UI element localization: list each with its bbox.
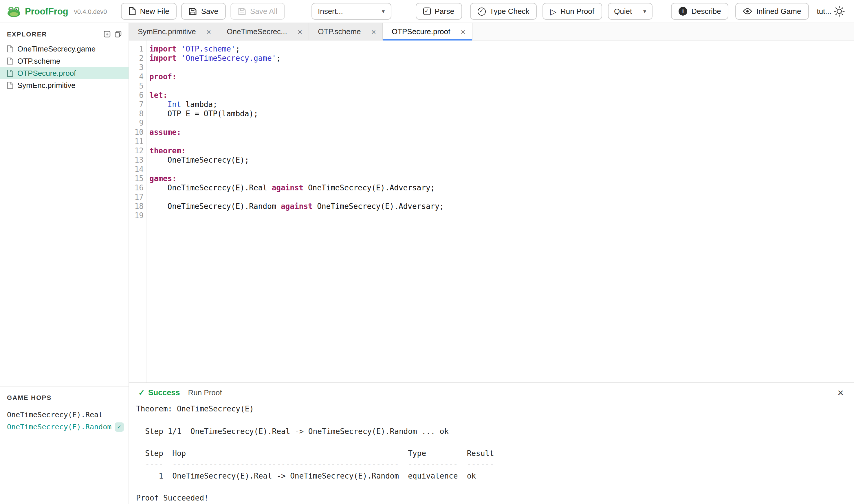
inlined-game-button[interactable]: Inlined Game	[736, 3, 809, 20]
code-line[interactable]: 3	[129, 63, 854, 72]
run-proof-label: Run Proof	[560, 7, 594, 16]
game-hops-title: GAME HOPS	[0, 394, 128, 401]
proof-output-text: Theorem: OneTimeSecrecy(E) Step 1/1 OneT…	[129, 402, 854, 504]
code-token-plain: OneTimeSecrecy(E).Adversary;	[313, 202, 444, 211]
code-token-kw: theorem:	[150, 146, 186, 155]
save-all-button[interactable]: Save All	[230, 3, 285, 20]
code-line[interactable]: 9	[129, 119, 854, 128]
code-line[interactable]: 7 Int lambda;	[129, 100, 854, 109]
code-token-plain: OneTimeSecrecy(E).Random	[150, 202, 281, 211]
line-number: 7	[129, 100, 144, 109]
insert-dropdown[interactable]: Insert... ▾	[312, 3, 391, 20]
line-number: 2	[129, 54, 144, 63]
tab-close-icon[interactable]: ×	[371, 28, 376, 36]
code-line[interactable]: 12theorem:	[129, 146, 854, 156]
code-token-plain: ;	[236, 44, 240, 53]
main-area: SymEnc.primitive × OneTimeSecrec... × OT…	[129, 23, 854, 504]
describe-button[interactable]: i Describe	[671, 3, 729, 20]
status-badge: Success	[148, 388, 180, 397]
code-line[interactable]: 1import 'OTP.scheme';	[129, 44, 854, 54]
explorer-windows-button[interactable]	[115, 31, 122, 38]
code-line[interactable]: 5	[129, 82, 854, 91]
file-name: OTP.scheme	[17, 57, 60, 66]
code-text	[144, 63, 150, 72]
code-line[interactable]: 13 OneTimeSecrecy(E);	[129, 156, 854, 165]
line-number: 9	[129, 119, 144, 128]
sun-icon	[834, 6, 845, 17]
app-title: ProofFrog	[25, 6, 68, 17]
code-token-plain: OneTimeSecrecy(E).Adversary;	[303, 183, 435, 192]
file-item-symenc-primitive[interactable]: SymEnc.primitive	[0, 79, 128, 91]
type-check-button[interactable]: ✓ Type Check	[470, 3, 537, 20]
code-line[interactable]: 19	[129, 211, 854, 220]
tab-close-icon[interactable]: ×	[206, 28, 211, 36]
line-number: 13	[129, 156, 144, 165]
file-item-otpsecure-proof[interactable]: OTPSecure.proof	[0, 67, 128, 79]
save-all-label: Save All	[250, 7, 277, 16]
info-icon: i	[679, 7, 687, 16]
code-line[interactable]: 14	[129, 165, 854, 174]
panel-action-label: Run Proof	[188, 388, 222, 397]
code-line[interactable]: 15games:	[129, 174, 854, 183]
code-text: games:	[144, 174, 177, 183]
tab-bar: SymEnc.primitive × OneTimeSecrec... × OT…	[129, 23, 854, 40]
play-icon: ▷	[550, 7, 556, 15]
code-line[interactable]: 16 OneTimeSecrecy(E).Real against OneTim…	[129, 183, 854, 193]
code-token-plain: ;	[276, 54, 281, 62]
code-text: Int lambda;	[144, 100, 217, 109]
tab-close-icon[interactable]: ×	[460, 28, 465, 36]
line-number: 12	[129, 146, 144, 156]
code-line[interactable]: 17	[129, 193, 854, 202]
line-number: 16	[129, 183, 144, 193]
file-item-otp-scheme[interactable]: OTP.scheme	[0, 55, 128, 67]
run-proof-button[interactable]: ▷ Run Proof	[542, 3, 602, 20]
tab-onetimesecrecy-game[interactable]: OneTimeSecrec... ×	[218, 23, 309, 40]
line-number: 11	[129, 137, 144, 146]
code-token-plain: OneTimeSecrecy(E).Real	[150, 183, 272, 192]
tab-label: OneTimeSecrec...	[227, 27, 287, 36]
code-text: OneTimeSecrecy(E).Random against OneTime…	[144, 202, 444, 211]
line-number: 1	[129, 44, 144, 54]
parse-label: Parse	[435, 7, 454, 16]
line-number: 14	[129, 165, 144, 174]
file-icon	[7, 45, 13, 53]
game-hops-panel: GAME HOPS OneTimeSecrecy(E).Real OneTime…	[0, 386, 128, 504]
file-item-onetimesecrecy-game[interactable]: OneTimeSecrecy.game	[0, 43, 128, 55]
new-file-label: New File	[140, 7, 169, 16]
code-line[interactable]: 11	[129, 137, 854, 146]
tab-symenc-primitive[interactable]: SymEnc.primitive ×	[129, 23, 218, 40]
success-check-icon: ✓	[138, 388, 145, 397]
code-token-kw: against	[281, 202, 313, 211]
code-line[interactable]: 2import 'OneTimeSecrecy.game';	[129, 54, 854, 63]
tab-otp-scheme[interactable]: OTP.scheme ×	[309, 23, 383, 40]
verbosity-dropdown[interactable]: Quiet ▾	[608, 3, 652, 20]
tab-close-icon[interactable]: ×	[298, 28, 302, 36]
new-file-button[interactable]: New File	[121, 3, 177, 20]
code-editor[interactable]: 1import 'OTP.scheme';2import 'OneTimeSec…	[129, 40, 854, 382]
overlap-squares-icon	[115, 31, 122, 38]
line-number: 19	[129, 211, 144, 220]
code-line[interactable]: 18 OneTimeSecrecy(E).Random against OneT…	[129, 202, 854, 211]
panel-close-icon[interactable]: ×	[836, 388, 845, 398]
eye-icon	[743, 8, 752, 15]
code-line[interactable]: 4proof:	[129, 72, 854, 82]
code-token-plain: OTP E = OTP(lambda);	[150, 109, 258, 118]
explorer-add-button[interactable]	[104, 31, 110, 38]
game-hop-random[interactable]: OneTimeSecrecy(E).Random ✓	[0, 421, 128, 433]
code-line[interactable]: 8 OTP E = OTP(lambda);	[129, 109, 854, 119]
tab-otpsecure-proof[interactable]: OTPSecure.proof ×	[383, 23, 472, 40]
code-token-plain	[150, 100, 168, 109]
code-token-str: 'OneTimeSecrecy.game'	[181, 54, 277, 62]
tab-label: OTPSecure.proof	[392, 27, 450, 36]
code-token-kw: import	[150, 54, 177, 62]
tutorial-button[interactable]: tut...	[816, 3, 833, 20]
code-line[interactable]: 10assume:	[129, 128, 854, 137]
save-button[interactable]: Save	[181, 3, 226, 20]
code-line[interactable]: 6let:	[129, 91, 854, 100]
parse-button[interactable]: ✓ Parse	[415, 3, 462, 20]
code-text: import 'OTP.scheme';	[144, 44, 240, 54]
theme-toggle-button[interactable]	[833, 5, 846, 18]
code-lines: 1import 'OTP.scheme';2import 'OneTimeSec…	[129, 44, 854, 220]
code-token-kw: assume:	[150, 128, 181, 137]
game-hop-real[interactable]: OneTimeSecrecy(E).Real	[0, 409, 128, 421]
